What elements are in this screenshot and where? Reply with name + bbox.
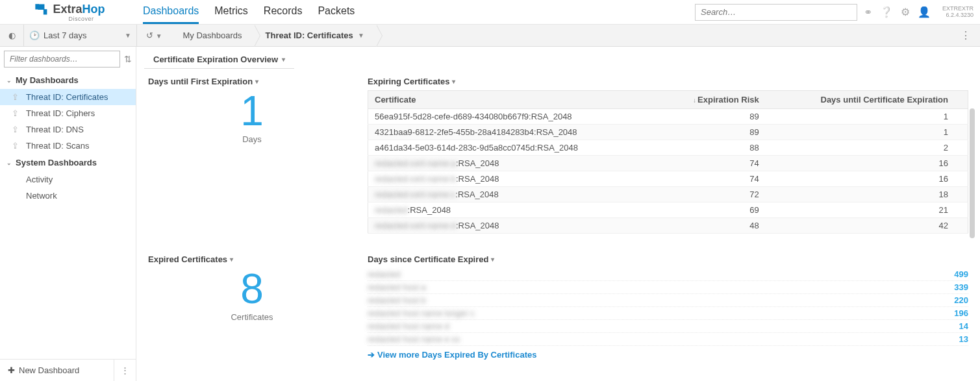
big-number-value: 1 [148,90,356,132]
col-certificate[interactable]: Certificate [368,91,660,109]
cert-days: 2 [766,140,955,156]
cert-name: a461da34-5e03-614d-283c-9d5a8cc0745d:RSA… [368,140,660,156]
expired-days-value: 14 [959,321,968,331]
table-row[interactable]: redacted-cert-name-b:RSA_20487416 [368,171,968,187]
cert-name: redacted-cert-name-c:RSA_2048 [368,187,660,203]
sidebar-group-label: System Dashboards [16,158,97,167]
sidebar-item-label: Threat ID: Ciphers [26,108,95,118]
cert-risk: 89 [659,125,766,140]
breadcrumb-current[interactable]: Threat ID: Certificates ▼ [254,25,376,47]
cert-name: redacted-cert-name-a:RSA_2048 [368,156,660,171]
expired-days-value: 499 [954,269,968,279]
sidebar-item-label: Activity [26,175,53,184]
breadcrumb-my-dashboards[interactable]: My Dashboards [171,25,254,47]
list-item[interactable]: redacted host name e xx13 [368,333,968,346]
sidebar-group-system-dashboards[interactable]: ⌄System Dashboards [0,154,136,171]
plus-icon: ✚ [8,365,15,375]
nav-records[interactable]: Records [264,0,303,24]
widget-title[interactable]: Expired Certificates▾ [148,254,356,264]
widget-title[interactable]: Days until First Expiration▾ [148,77,356,86]
systems-icon[interactable]: ⚭ [862,6,873,18]
expired-days-value: 196 [954,308,968,318]
sidebar-item-label: Network [26,191,57,201]
share-icon: ⇪ [12,92,21,102]
table-row[interactable]: redacted:RSA_20486921 [368,203,968,218]
cert-risk: 69 [659,203,766,218]
brand-b: Hop [82,3,105,16]
sidebar-item-network[interactable]: Network [0,188,136,204]
sidebar-item-threat-dns[interactable]: ⇪Threat ID: DNS [0,121,136,138]
expired-days-value: 220 [954,295,968,305]
list-item[interactable]: redacted host a339 [368,281,968,294]
table-row[interactable]: redacted-cert-name-c:RSA_20487218 [368,187,968,203]
table-row[interactable]: redacted-cert-name-d:RSA_20484842 [368,218,968,234]
table-row[interactable]: 4321baa9-6812-2fe5-455b-28a4184283b4:RSA… [368,125,968,140]
cert-name: redacted-cert-name-d:RSA_2048 [368,218,660,234]
user-icon[interactable]: 👤 [916,6,932,18]
widget-expired-certificates: Expired Certificates▾ 8 Certificates [148,254,356,360]
view-more-link[interactable]: ➔View more Days Expired By Certificates [368,350,968,360]
expired-days-value: 13 [959,334,968,344]
list-item[interactable]: redacted host name d14 [368,320,968,333]
expired-cert-name: redacted host b [368,295,426,305]
list-item[interactable]: redacted host b220 [368,294,968,307]
chevron-down-icon: ▾ [491,256,494,263]
nav-packets[interactable]: Packets [318,0,355,24]
settings-icon[interactable]: ⚙ [899,6,911,18]
chevron-down-icon: ▼ [125,32,131,39]
expired-cert-name: redacted host name d [368,321,449,331]
expired-list: redacted499redacted host a339redacted ho… [368,268,968,346]
time-range-selector[interactable]: 🕑 Last 7 days ▼ [24,31,136,40]
sort-desc-icon: ↓ [693,97,696,104]
help-icon[interactable]: ❔ [879,6,894,18]
expiring-certificates-table: Certificate ↓Expiration Risk Days until … [368,90,968,234]
sidebar-group-label: My Dashboards [16,75,79,85]
expired-cert-name: redacted host a [368,282,426,292]
cert-risk: 88 [659,140,766,156]
secondary-bar: ◐ 🕑 Last 7 days ▼ ↺ ▼ My Dashboards Thre… [0,25,980,47]
widget-expiring-certificates: Expiring Certificates▾ Certificate ↓Expi… [368,77,968,234]
widget-days-since-expired: Days since Certificate Expired▾ redacted… [368,254,968,360]
sidebar-item-activity[interactable]: Activity [0,171,136,188]
toggle-sidebar-icon[interactable]: ◐ [0,31,23,40]
widget-title[interactable]: Days since Certificate Expired▾ [368,254,968,264]
nav-dashboards[interactable]: Dashboards [143,0,199,24]
table-row[interactable]: 56ea915f-5d28-cefe-d689-434080b667f9:RSA… [368,109,968,125]
sidebar-item-label: Threat ID: Certificates [26,92,108,102]
sidebar-item-threat-ciphers[interactable]: ⇪Threat ID: Ciphers [0,105,136,121]
table-row[interactable]: a461da34-5e03-614d-283c-9d5a8cc0745d:RSA… [368,140,968,156]
version-block: EXTREXTR 6.2.4.3230 [942,6,974,19]
sidebar-group-my-dashboards[interactable]: ⌄My Dashboards [0,71,136,89]
table-scrollbar[interactable] [970,108,975,238]
sort-icon[interactable]: ⇅ [124,54,132,64]
product-logo[interactable]: ▝▀▖ ExtraHop Discover [6,3,130,22]
sidebar-item-label: Threat ID: DNS [26,125,84,134]
region-tab[interactable]: Certificate Expiration Overview▾ [144,51,294,69]
version-number: 6.2.4.3230 [942,12,974,19]
sidebar-item-threat-scans[interactable]: ⇪Threat ID: Scans [0,138,136,154]
history-dropdown[interactable]: ↺ ▼ [137,31,171,40]
col-expiration-risk[interactable]: ↓Expiration Risk [659,91,766,109]
brand-a: Extra [53,3,82,16]
cert-days: 16 [766,171,955,187]
table-row[interactable]: redacted-cert-name-a:RSA_20487416 [368,156,968,171]
chevron-down-icon: ▾ [255,78,258,85]
page-menu-icon[interactable]: ⋮ [951,29,980,42]
top-nav: ▝▀▖ ExtraHop Discover Dashboards Metrics… [0,0,980,25]
search-input[interactable] [695,4,857,21]
filter-dashboards-input[interactable] [4,51,120,68]
big-number-unit: Certificates [148,312,356,322]
list-item[interactable]: redacted499 [368,268,968,281]
nav-metrics[interactable]: Metrics [214,0,248,24]
big-number-unit: Days [148,134,356,144]
expired-days-value: 339 [954,282,968,292]
cert-days: 1 [766,125,955,140]
list-item[interactable]: redacted host name longer c196 [368,307,968,320]
col-days-until-expiration[interactable]: Days until Certificate Expiration [766,91,955,109]
cert-days: 16 [766,156,955,171]
sidebar-item-threat-certificates[interactable]: ⇪Threat ID: Certificates [0,89,136,105]
new-dashboard-button[interactable]: ✚New Dashboard [0,360,114,381]
cert-name: 4321baa9-6812-2fe5-455b-28a4184283b4:RSA… [368,125,660,140]
widget-title[interactable]: Expiring Certificates▾ [368,77,968,86]
new-dashboard-menu[interactable]: ⋮ [114,360,136,381]
